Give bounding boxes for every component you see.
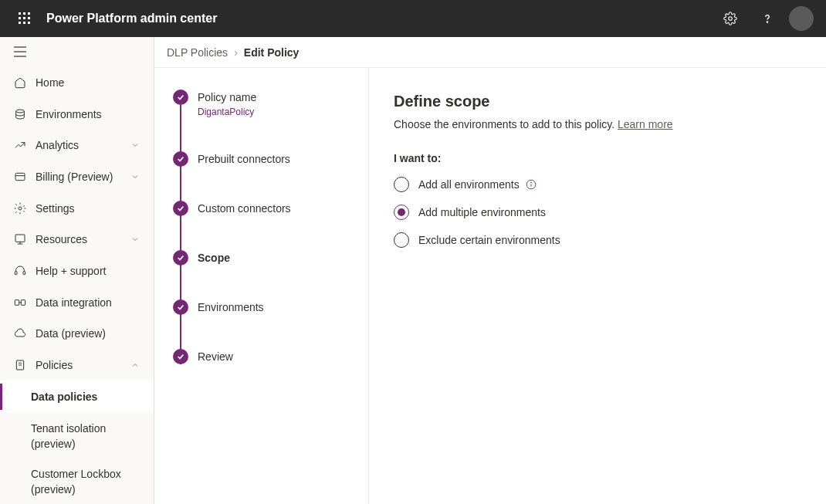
sidebar-item-label: Billing (Preview) [36, 171, 129, 183]
step-environments[interactable]: Environments [173, 299, 350, 349]
sidebar-sub-tenant-isolation[interactable]: Tenant isolation (preview) [0, 413, 154, 458]
sidebar-sub-data-policies[interactable]: Data policies [0, 381, 154, 413]
sidebar-item-policies[interactable]: Policies [0, 350, 154, 381]
sidebar-item-label: Resources [36, 233, 129, 245]
top-bar: Power Platform admin center [0, 0, 826, 37]
sidebar-sub-customer-lockbox[interactable]: Customer Lockbox (preview) [0, 458, 154, 504]
hamburger-icon[interactable] [0, 37, 154, 67]
step-subtitle: DigantaPolicy [198, 107, 350, 117]
environments-icon [12, 107, 28, 122]
resources-icon [12, 232, 28, 247]
svg-rect-24 [21, 299, 25, 305]
step-scope[interactable]: Scope [173, 250, 350, 299]
sidebar-item-settings[interactable]: Settings [0, 192, 154, 224]
help-icon[interactable] [752, 0, 783, 37]
svg-rect-4 [23, 17, 25, 19]
step-policy-name[interactable]: Policy name DigantaPolicy [173, 90, 350, 151]
sidebar-item-label: Data (preview) [36, 327, 141, 340]
svg-rect-0 [19, 12, 21, 15]
step-prebuilt-connectors[interactable]: Prebuilt connectors [173, 151, 350, 201]
svg-rect-21 [15, 272, 17, 275]
data-integration-icon [12, 295, 28, 310]
svg-point-17 [19, 207, 22, 210]
chevron-right-icon: › [234, 46, 238, 59]
sidebar-item-resources[interactable]: Resources [0, 224, 154, 255]
analytics-icon [12, 137, 28, 153]
radio-add-multiple[interactable]: Add multiple environments [394, 205, 801, 220]
info-icon[interactable] [526, 179, 537, 190]
sidebar-item-billing[interactable]: Billing (Preview) [0, 161, 154, 193]
svg-rect-18 [15, 235, 25, 242]
chevron-down-icon [129, 172, 141, 181]
page-title: Define scope [394, 93, 801, 110]
wizard-steps: Policy name DigantaPolicy Prebuilt conne… [154, 68, 369, 504]
settings-icon[interactable] [715, 0, 746, 37]
policies-icon [12, 357, 28, 373]
svg-point-14 [16, 110, 25, 113]
sidebar-item-label: Analytics [36, 139, 129, 151]
check-icon [173, 299, 188, 315]
radio-icon [394, 177, 409, 192]
page-description: Choose the environments to add to this p… [394, 118, 801, 130]
sidebar-item-label: Home [36, 76, 141, 89]
sidebar-item-label: Environments [36, 108, 141, 120]
billing-icon [12, 169, 28, 184]
svg-rect-8 [28, 22, 30, 24]
chevron-up-icon [129, 360, 141, 370]
svg-rect-7 [23, 22, 25, 24]
check-icon [173, 250, 188, 266]
svg-rect-3 [19, 17, 21, 19]
scope-panel: Define scope Choose the environments to … [369, 68, 826, 504]
sidebar-item-help-support[interactable]: Help + support [0, 255, 154, 287]
svg-rect-22 [23, 272, 25, 275]
breadcrumb: DLP Policies › Edit Policy [154, 37, 826, 68]
chevron-down-icon [129, 140, 141, 150]
avatar[interactable] [789, 6, 814, 31]
app-title: Power Platform admin center [46, 12, 715, 25]
home-icon [12, 75, 28, 90]
svg-rect-1 [23, 12, 25, 15]
data-icon [12, 326, 28, 341]
svg-rect-2 [28, 12, 30, 15]
svg-rect-15 [15, 173, 25, 180]
radio-icon [394, 232, 409, 248]
sidebar-item-data-preview[interactable]: Data (preview) [0, 318, 154, 350]
check-icon [173, 151, 188, 167]
svg-point-10 [767, 22, 767, 22]
sidebar-item-analytics[interactable]: Analytics [0, 130, 154, 161]
sidebar: Home Environments Analytics Billing (Pre… [0, 37, 154, 504]
radio-add-all[interactable]: Add all environments [394, 177, 801, 192]
gear-icon [12, 201, 28, 216]
svg-rect-5 [28, 17, 30, 19]
learn-more-link[interactable]: Learn more [618, 118, 673, 130]
sidebar-item-label: Policies [36, 359, 129, 371]
sidebar-item-label: Settings [36, 202, 141, 215]
sidebar-item-home[interactable]: Home [0, 67, 154, 99]
step-custom-connectors[interactable]: Custom connectors [173, 201, 350, 250]
svg-rect-23 [15, 299, 19, 305]
svg-point-9 [729, 17, 733, 21]
svg-rect-6 [19, 22, 21, 24]
sidebar-item-label: Help + support [36, 265, 141, 277]
breadcrumb-current: Edit Policy [244, 46, 300, 59]
step-review[interactable]: Review [173, 349, 350, 364]
svg-point-31 [530, 182, 531, 183]
option-group-label: I want to: [394, 152, 801, 164]
check-icon [173, 90, 188, 105]
radio-exclude-certain[interactable]: Exclude certain environments [394, 232, 801, 248]
headset-icon [12, 263, 28, 279]
waffle-icon[interactable] [6, 0, 43, 37]
sidebar-item-data-integration[interactable]: Data integration [0, 286, 154, 318]
breadcrumb-parent[interactable]: DLP Policies [167, 46, 228, 59]
check-icon [173, 201, 188, 216]
sidebar-item-environments[interactable]: Environments [0, 98, 154, 130]
check-icon [173, 349, 188, 364]
sidebar-item-label: Data integration [36, 296, 141, 309]
chevron-down-icon [129, 235, 141, 244]
radio-icon [394, 205, 409, 220]
